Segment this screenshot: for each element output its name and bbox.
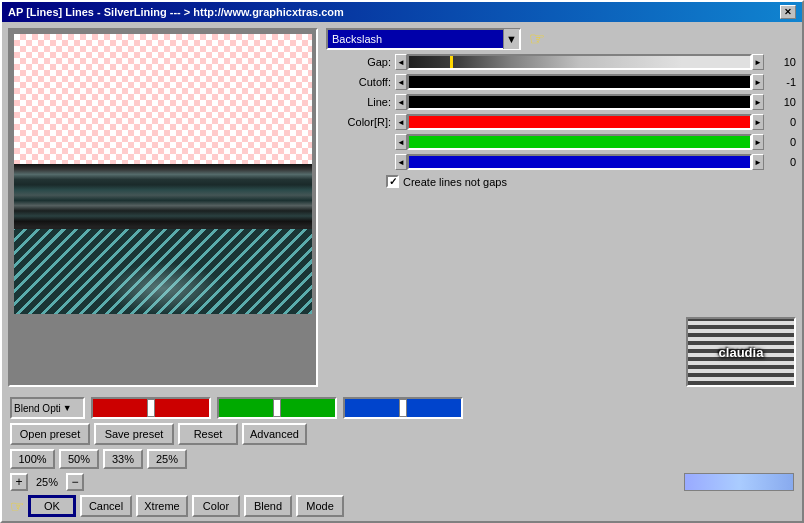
color-button[interactable]: Color [192, 495, 240, 517]
preset-row: Backslash ▼ ☞ [326, 28, 796, 50]
slider-cutoff-right-arrow[interactable]: ► [752, 74, 764, 90]
advanced-button[interactable]: Advanced [242, 423, 307, 445]
hand-pointer-preset: ☞ [529, 28, 545, 50]
zoom-100-button[interactable]: 100% [10, 449, 55, 469]
slider-gap-right-arrow[interactable]: ► [752, 54, 764, 70]
slider-color-b-left-arrow[interactable]: ◄ [395, 154, 407, 170]
slider-cutoff-left-arrow[interactable]: ◄ [395, 74, 407, 90]
slider-color-b-right-arrow[interactable]: ► [752, 154, 764, 170]
zoom-25-button[interactable]: 25% [147, 449, 187, 469]
slider-color-r-value: 0 [768, 116, 796, 128]
blend-slider-red[interactable] [91, 397, 211, 419]
slider-cutoff-value: -1 [768, 76, 796, 88]
slider-color-g-right-arrow[interactable]: ► [752, 134, 764, 150]
buttons-row-1: Open preset Save preset Reset Advanced [10, 423, 794, 445]
save-preset-button[interactable]: Save preset [94, 423, 174, 445]
slider-color-g: ◄ ► 0 [326, 133, 796, 151]
zoom-stepper-row: + 25% − [10, 473, 794, 491]
sliders-block: Gap: ◄ ► 10 Cutoff: ◄ ► -1 [326, 53, 796, 306]
checkbox-row: Create lines not gaps [386, 173, 796, 190]
blend-row: Blend Opti ▼ [10, 397, 794, 419]
slider-cutoff-label: Cutoff: [326, 76, 391, 88]
blend-label: Blend Opti [14, 403, 61, 414]
preview-thumbnail-inner: claudia [688, 319, 794, 385]
blend-dropdown[interactable]: Blend Opti ▼ [10, 397, 85, 419]
main-window: AP [Lines] Lines - SilverLining --- > ht… [0, 0, 804, 523]
checkbox-label: Create lines not gaps [403, 176, 507, 188]
right-panel: Backslash ▼ ☞ Gap: ◄ ► 10 [326, 28, 796, 387]
slider-line-left-arrow[interactable]: ◄ [395, 94, 407, 110]
blend-slider-blue[interactable] [343, 397, 463, 419]
xtreme-button[interactable]: Xtreme [136, 495, 188, 517]
slider-color-r: Color[R]: ◄ ► 0 [326, 113, 796, 131]
zoom-value-label: 25% [32, 476, 62, 488]
preset-dropdown[interactable]: Backslash ▼ [326, 28, 521, 50]
zoom-row: 100% 50% 33% 25% [10, 449, 794, 469]
slider-line-label: Line: [326, 96, 391, 108]
title-bar-buttons: ✕ [780, 5, 796, 19]
preview-panel [8, 28, 318, 387]
create-lines-checkbox[interactable] [386, 175, 399, 188]
hand-icon-ok: ☞ [10, 497, 24, 516]
reset-button[interactable]: Reset [178, 423, 238, 445]
checker-preview [14, 34, 312, 164]
title-text: AP [Lines] Lines - SilverLining --- > ht… [8, 6, 344, 18]
slider-line-track[interactable] [407, 94, 752, 110]
blend-arrow: ▼ [63, 403, 72, 413]
slider-line-right-arrow[interactable]: ► [752, 94, 764, 110]
slider-color-g-track[interactable] [407, 134, 752, 150]
color-preview-bar [684, 473, 794, 491]
slider-color-r-right-arrow[interactable]: ► [752, 114, 764, 130]
cancel-button[interactable]: Cancel [80, 495, 132, 517]
ok-button[interactable]: OK [28, 495, 76, 517]
slider-gap-label: Gap: [326, 56, 391, 68]
slider-color-g-left-arrow[interactable]: ◄ [395, 134, 407, 150]
slider-color-b-value: 0 [768, 156, 796, 168]
claudia-label: claudia [719, 345, 764, 360]
blend-slider-green[interactable] [217, 397, 337, 419]
slider-color-r-label: Color[R]: [326, 116, 391, 128]
blend-button[interactable]: Blend [244, 495, 292, 517]
slider-gap: Gap: ◄ ► 10 [326, 53, 796, 71]
open-preset-button[interactable]: Open preset [10, 423, 90, 445]
close-button[interactable]: ✕ [780, 5, 796, 19]
slider-color-g-value: 0 [768, 136, 796, 148]
slider-gap-track[interactable] [407, 54, 752, 70]
slider-gap-left-arrow[interactable]: ◄ [395, 54, 407, 70]
slider-cutoff-track[interactable] [407, 74, 752, 90]
lines-preview [14, 164, 312, 229]
zoom-33-button[interactable]: 33% [103, 449, 143, 469]
bottom-controls: Blend Opti ▼ Open preset Save preset Res… [2, 393, 802, 521]
title-bar: AP [Lines] Lines - SilverLining --- > ht… [2, 2, 802, 22]
slider-color-b: ◄ ► 0 [326, 153, 796, 171]
action-row: ☞ OK Cancel Xtreme Color Blend Mode [10, 495, 794, 517]
main-content: Backslash ▼ ☞ Gap: ◄ ► 10 [2, 22, 802, 393]
slider-line: Line: ◄ ► 10 [326, 93, 796, 111]
slider-color-b-track[interactable] [407, 154, 752, 170]
slider-cutoff: Cutoff: ◄ ► -1 [326, 73, 796, 91]
zoom-plus-button[interactable]: + [10, 473, 28, 491]
slider-color-r-left-arrow[interactable]: ◄ [395, 114, 407, 130]
preview-thumbnail: claudia [686, 317, 796, 387]
slider-gap-value: 10 [768, 56, 796, 68]
zoom-minus-button[interactable]: − [66, 473, 84, 491]
preset-value: Backslash [332, 33, 382, 45]
diagonal-lines-preview [14, 229, 312, 314]
mode-button[interactable]: Mode [296, 495, 344, 517]
zoom-50-button[interactable]: 50% [59, 449, 99, 469]
slider-color-r-track[interactable] [407, 114, 752, 130]
dropdown-arrow[interactable]: ▼ [503, 29, 519, 49]
slider-line-value: 10 [768, 96, 796, 108]
